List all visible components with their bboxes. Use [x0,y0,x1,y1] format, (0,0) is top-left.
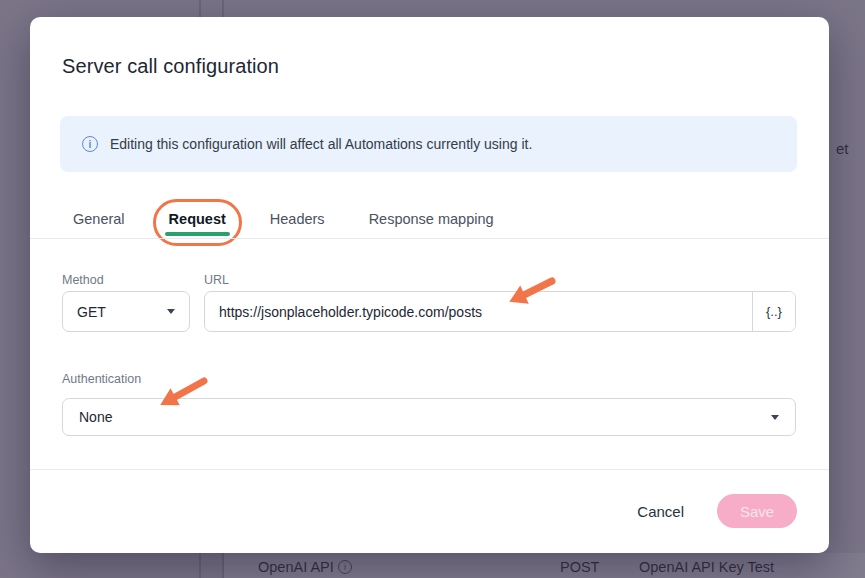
method-label: Method [62,273,104,287]
background-text-fragment: et [836,140,849,157]
insert-variable-button[interactable]: {..} [752,292,795,331]
tab-bar-divider [30,238,829,239]
chevron-down-icon [771,415,779,420]
dialog-footer: Cancel Save [637,494,797,528]
cancel-button[interactable]: Cancel [637,503,684,520]
save-button[interactable]: Save [717,494,797,528]
tab-bar: General Request Headers Response mapping [73,205,494,233]
info-banner-text: Editing this configuration will affect a… [110,136,532,152]
tab-request-label: Request [169,211,226,227]
server-call-configuration-dialog: Server call configuration i Editing this… [30,17,829,553]
dialog-title: Server call configuration [62,55,279,78]
active-tab-underline [165,232,230,236]
background-row-name: OpenAI API [258,559,334,575]
authentication-select-value: None [79,409,112,425]
info-icon: i [338,560,352,574]
tab-response-mapping[interactable]: Response mapping [369,211,494,227]
tab-request[interactable]: Request [169,211,226,227]
info-icon: i [82,136,98,152]
authentication-label: Authentication [62,372,141,386]
url-label: URL [204,273,229,287]
tab-general[interactable]: General [73,211,125,227]
tab-headers[interactable]: Headers [270,211,325,227]
info-banner: i Editing this configuration will affect… [60,116,797,172]
url-input[interactable] [205,292,752,331]
background-row-key: OpenAI API Key Test [639,559,774,575]
authentication-select[interactable]: None [62,398,796,436]
url-input-group: {..} [204,291,796,332]
method-select[interactable]: GET [62,291,190,332]
background-row-method: POST [560,559,599,575]
footer-divider [30,469,829,470]
method-select-value: GET [77,304,106,320]
chevron-down-icon [167,309,175,314]
